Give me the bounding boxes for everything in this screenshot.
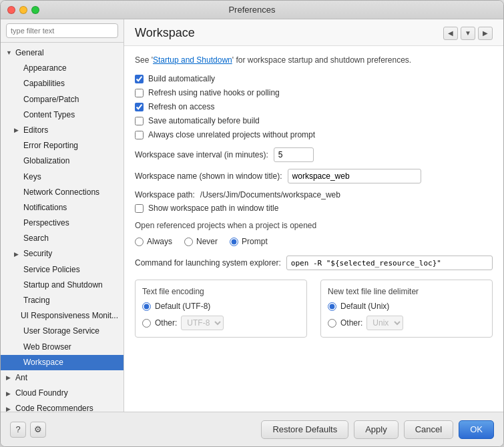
arrow-icon: ▶: [14, 250, 22, 259]
sidebar-item-capabilities[interactable]: Capabilities: [1, 76, 123, 91]
refresh-on-access-checkbox[interactable]: [135, 103, 144, 111]
nav-dropdown-button[interactable]: ▼: [461, 27, 475, 40]
sidebar-item-appearance[interactable]: Appearance: [1, 61, 123, 76]
nav-back-button[interactable]: ◀: [443, 27, 458, 40]
encoding-default-radio[interactable]: [142, 302, 151, 311]
sidebar-item-cloud-foundry[interactable]: ▶Cloud Foundry: [1, 386, 123, 401]
right-panel: Workspace ◀ ▼ ▶ See 'Startup and Shutdow…: [124, 19, 503, 412]
sidebar-item-editors[interactable]: ▶Editors: [1, 123, 123, 138]
workspace-path-value: /Users/Jim/Documents/workspace_web: [200, 190, 340, 199]
sidebar-item-label: Cloud Foundry: [15, 387, 68, 400]
encoding-other-radio[interactable]: [142, 319, 151, 328]
sidebar-item-general[interactable]: ▼General: [1, 45, 123, 61]
sidebar-item-perspectives[interactable]: Perspectives: [1, 215, 123, 231]
title-bar: Preferences: [1, 1, 503, 19]
filter-input[interactable]: [6, 23, 118, 38]
build-automatically-label: Build automatically: [148, 74, 215, 83]
delimiter-other-row: Other: Unix: [328, 316, 485, 330]
sidebar-item-code-recommenders[interactable]: ▶Code Recommenders: [1, 401, 123, 412]
delimiter-other-radio[interactable]: [328, 319, 336, 328]
sidebar-item-search[interactable]: Search: [1, 231, 123, 246]
window-title: Preferences: [228, 5, 275, 15]
save-interval-input[interactable]: [274, 147, 314, 162]
line-delimiter-title: New text file line delimiter: [328, 287, 485, 296]
delimiter-default-row: Default (Unix): [328, 302, 485, 311]
ok-button[interactable]: OK: [459, 420, 494, 439]
preferences-window: Preferences ▼GeneralAppearanceCapabiliti…: [0, 0, 504, 447]
help-button[interactable]: ?: [10, 422, 26, 438]
restore-defaults-button[interactable]: Restore Defaults: [261, 420, 348, 439]
arrow-icon: ▼: [6, 48, 14, 57]
sidebar-item-label: General: [15, 47, 44, 59]
encoding-other-label: Other:: [155, 318, 177, 328]
cancel-button[interactable]: Cancel: [404, 420, 453, 439]
refresh-native-label: Refresh using native hooks or polling: [148, 88, 280, 97]
show-path-checkbox[interactable]: [135, 204, 144, 213]
sidebar-item-label: Security: [23, 248, 52, 260]
sidebar-item-label: Compare/Patch: [23, 93, 79, 106]
command-row: Command for launching system explorer:: [135, 256, 493, 270]
radio-always-label: Always: [147, 237, 172, 246]
close-unrelated-checkbox[interactable]: [135, 131, 144, 139]
checkbox-row-close-unrelated: Always close unrelated projects without …: [135, 130, 493, 139]
nav-forward-button[interactable]: ▶: [478, 27, 493, 40]
sidebar-item-label: Keys: [23, 171, 41, 183]
checkbox-row-build-automatically: Build automatically: [135, 74, 493, 83]
sidebar-item-label: Error Reporting: [23, 139, 78, 152]
delimiter-default-radio[interactable]: [328, 302, 336, 311]
settings-button[interactable]: ⚙: [30, 422, 46, 438]
encoding-section: Text file encoding Default (UTF-8) Other…: [135, 280, 493, 338]
sidebar-item-ant[interactable]: ▶Ant: [1, 370, 123, 386]
line-delimiter-box: New text file line delimiter Default (Un…: [320, 280, 493, 338]
sidebar-item-label: Perspectives: [23, 217, 69, 230]
workspace-name-row: Workspace name (shown in window title):: [135, 169, 493, 183]
open-projects-label: Open referenced projects when a project …: [135, 221, 493, 230]
window-controls: [7, 6, 39, 14]
workspace-name-input[interactable]: [288, 169, 421, 183]
sidebar-item-globalization[interactable]: Globalization: [1, 153, 123, 169]
sidebar-item-label: Network Connections: [23, 186, 99, 199]
refresh-native-checkbox[interactable]: [135, 89, 144, 97]
filter-wrap: [1, 19, 123, 43]
arrow-icon: ▶: [6, 389, 14, 398]
workspace-name-label: Workspace name (shown in window title):: [135, 171, 282, 181]
startup-shutdown-link[interactable]: Startup and Shutdown: [153, 55, 232, 65]
text-encoding-box: Text file encoding Default (UTF-8) Other…: [135, 280, 307, 338]
bottom-left-icons: ? ⚙: [10, 422, 46, 438]
sidebar-item-error-reporting[interactable]: Error Reporting: [1, 138, 123, 153]
sidebar-item-tracing[interactable]: Tracing: [1, 293, 123, 308]
sidebar-item-keys[interactable]: Keys: [1, 169, 123, 185]
info-text: See 'Startup and Shutdown' for workspace…: [135, 55, 493, 65]
sidebar-item-startup-and-shutdown[interactable]: Startup and Shutdown: [1, 278, 123, 293]
sidebar-item-ui-responsiveness[interactable]: UI Responsiveness Monit...: [1, 308, 123, 324]
radio-prompt-input[interactable]: [230, 238, 238, 246]
sidebar-item-label: Web Browser: [23, 341, 71, 354]
workspace-path-label: Workspace path:: [135, 190, 195, 199]
build-automatically-checkbox[interactable]: [135, 75, 144, 83]
sidebar-item-content-types[interactable]: Content Types: [1, 107, 123, 123]
sidebar-item-web-browser[interactable]: Web Browser: [1, 340, 123, 355]
sidebar-item-notifications[interactable]: Notifications: [1, 200, 123, 215]
checkbox-row-refresh-native: Refresh using native hooks or polling: [135, 88, 493, 97]
minimize-button[interactable]: [19, 6, 27, 14]
delimiter-select[interactable]: Unix: [366, 316, 403, 330]
sidebar-item-compare-patch[interactable]: Compare/Patch: [1, 92, 123, 107]
command-input[interactable]: [286, 256, 493, 270]
sidebar-item-label: Search: [23, 232, 49, 245]
sidebar-item-workspace[interactable]: Workspace: [1, 355, 123, 370]
sidebar-item-service-policies[interactable]: Service Policies: [1, 262, 123, 278]
sidebar-item-label: Tracing: [23, 294, 50, 307]
sidebar-item-user-storage-service[interactable]: User Storage Service: [1, 324, 123, 339]
radio-always-input[interactable]: [135, 238, 144, 246]
close-button[interactable]: [7, 6, 15, 14]
maximize-button[interactable]: [31, 6, 39, 14]
apply-button[interactable]: Apply: [354, 420, 399, 439]
sidebar-item-security[interactable]: ▶Security: [1, 246, 123, 262]
sidebar-item-label: Service Policies: [23, 264, 80, 276]
encoding-select[interactable]: UTF-8: [181, 316, 224, 330]
show-path-label: Show workspace path in window title: [148, 203, 278, 213]
sidebar-item-network-connections[interactable]: Network Connections: [1, 185, 123, 200]
save-before-build-checkbox[interactable]: [135, 117, 144, 125]
radio-never-input[interactable]: [184, 238, 193, 246]
delimiter-other-label: Other:: [340, 318, 362, 328]
